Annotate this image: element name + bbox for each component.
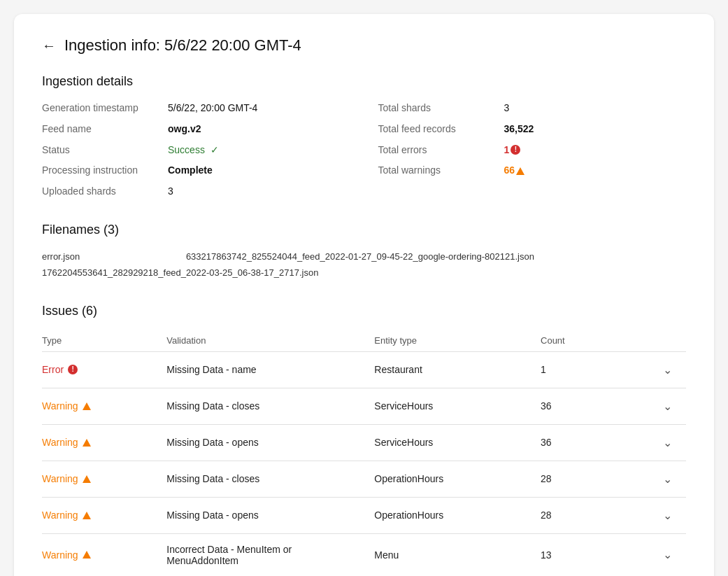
warning-icon <box>83 551 91 559</box>
warning-text: Warning <box>42 400 78 412</box>
table-row: Warning Missing Data - opensOperationHou… <box>42 497 686 533</box>
detail-label-warnings: Total warnings <box>378 162 504 179</box>
col-header-count: Count <box>541 330 624 352</box>
back-button[interactable]: ← <box>42 38 56 54</box>
warning-text: Warning <box>42 549 78 561</box>
warning-icon <box>83 475 91 483</box>
detail-label-shards: Uploaded shards <box>42 183 168 200</box>
type-warning-label: Warning <box>42 400 158 412</box>
table-row: Warning Missing Data - opensServiceHours… <box>42 424 686 461</box>
table-cell-count: 28 <box>541 461 624 497</box>
page-title: Ingestion info: 5/6/22 20:00 GMT-4 <box>64 36 301 55</box>
table-cell-count: 28 <box>541 497 624 533</box>
detail-label-total-shards: Total shards <box>378 100 504 117</box>
table-cell-entity: OperationHours <box>374 461 541 497</box>
table-cell-validation: Missing Data - name <box>166 351 374 388</box>
check-icon: ✓ <box>210 144 219 155</box>
detail-label-processing: Processing instruction <box>42 162 168 179</box>
detail-row-timestamp: Generation timestamp 5/6/22, 20:00 GMT-4 <box>42 100 350 117</box>
detail-row-warnings: Total warnings 66 <box>378 162 687 179</box>
detail-label-timestamp: Generation timestamp <box>42 100 168 117</box>
table-cell-expand[interactable]: ⌄ <box>624 388 686 424</box>
table-cell-validation: Missing Data - closes <box>166 388 374 424</box>
expand-button[interactable]: ⌄ <box>657 547 678 563</box>
table-cell-entity: OperationHours <box>374 497 541 533</box>
warning-triangle-icon <box>516 167 524 175</box>
details-grid: Generation timestamp 5/6/22, 20:00 GMT-4… <box>42 100 686 200</box>
detail-value-timestamp: 5/6/22, 20:00 GMT-4 <box>168 100 257 117</box>
table-cell-expand[interactable]: ⌄ <box>624 461 686 497</box>
issues-section: Issues (6) Type Validation Entity type C… <box>42 304 686 576</box>
col-header-validation: Validation <box>166 330 374 352</box>
error-icon: ! <box>68 365 78 374</box>
detail-label-feed-records: Total feed records <box>378 121 504 138</box>
error-circle-icon: ! <box>511 145 520 155</box>
col-header-type: Type <box>42 330 166 352</box>
table-cell-entity: ServiceHours <box>374 424 541 461</box>
filenames-title: Filenames (3) <box>42 223 686 237</box>
error-text: Error <box>42 364 64 375</box>
table-cell-validation: Missing Data - opens <box>166 424 374 461</box>
issues-title: Issues (6) <box>42 304 686 318</box>
table-row: Error ! Missing Data - nameRestaurant1⌄ <box>42 351 686 388</box>
table-cell-expand[interactable]: ⌄ <box>624 424 686 461</box>
detail-label-status: Status <box>42 142 168 159</box>
table-cell-expand[interactable]: ⌄ <box>624 351 686 388</box>
detail-value-feed: owg.v2 <box>168 121 201 138</box>
expand-button[interactable]: ⌄ <box>657 471 678 487</box>
table-cell-entity: Menu <box>374 533 541 576</box>
issues-table: Type Validation Entity type Count Error … <box>42 330 686 576</box>
type-warning-label: Warning <box>42 549 158 561</box>
warning-icon <box>83 402 91 410</box>
detail-row-errors: Total errors 1 ! <box>378 142 687 159</box>
type-warning-label: Warning <box>42 510 158 521</box>
detail-value-status: Success ✓ <box>168 142 219 159</box>
detail-row-feed-records: Total feed records 36,522 <box>378 121 687 138</box>
col-header-entity: Entity type <box>374 330 541 352</box>
ingestion-details-section: Ingestion details Generation timestamp 5… <box>42 74 686 200</box>
main-card: ← Ingestion info: 5/6/22 20:00 GMT-4 Ing… <box>14 14 714 576</box>
detail-row-status: Status Success ✓ <box>42 142 350 159</box>
table-row: Warning Incorrect Data - MenuItem or Men… <box>42 533 686 576</box>
filenames-section: Filenames (3) error.json 633217863742_82… <box>42 223 686 281</box>
filename-item: 1762204553641_282929218_feed_2022-03-25_… <box>42 265 686 281</box>
page-header: ← Ingestion info: 5/6/22 20:00 GMT-4 <box>42 36 686 55</box>
warning-text: Warning <box>42 437 78 448</box>
type-warning-label: Warning <box>42 437 158 448</box>
detail-row-shards: Uploaded shards 3 <box>42 183 350 200</box>
table-row: Warning Missing Data - closesServiceHour… <box>42 388 686 424</box>
table-cell-validation: Incorrect Data - MenuItem or MenuAddonIt… <box>166 533 374 576</box>
detail-value-total-shards: 3 <box>504 100 510 117</box>
type-warning-label: Warning <box>42 473 158 484</box>
warning-text: Warning <box>42 510 78 521</box>
detail-value-feed-records: 36,522 <box>504 121 534 138</box>
details-left-col: Generation timestamp 5/6/22, 20:00 GMT-4… <box>42 100 350 200</box>
ingestion-details-title: Ingestion details <box>42 74 686 89</box>
table-cell-entity: ServiceHours <box>374 388 541 424</box>
type-error-label: Error ! <box>42 364 158 375</box>
detail-value-processing: Complete <box>168 162 213 179</box>
table-row: Warning Missing Data - closesOperationHo… <box>42 461 686 497</box>
filenames-list: error.json 633217863742_825524044_feed_2… <box>42 248 686 281</box>
table-cell-expand[interactable]: ⌄ <box>624 533 686 576</box>
warning-icon <box>83 439 91 447</box>
filename-item: error.json 633217863742_825524044_feed_2… <box>42 248 686 265</box>
table-cell-count: 13 <box>541 533 624 576</box>
table-header-row: Type Validation Entity type Count <box>42 330 686 352</box>
detail-row-feed: Feed name owg.v2 <box>42 121 350 138</box>
detail-label-errors: Total errors <box>378 142 504 159</box>
expand-button[interactable]: ⌄ <box>657 507 678 524</box>
warning-icon <box>83 512 91 519</box>
table-cell-entity: Restaurant <box>374 351 541 388</box>
table-cell-count: 36 <box>541 388 624 424</box>
table-cell-count: 36 <box>541 424 624 461</box>
expand-button[interactable]: ⌄ <box>657 435 678 451</box>
detail-row-processing: Processing instruction Complete <box>42 162 350 179</box>
expand-button[interactable]: ⌄ <box>657 362 678 378</box>
expand-button[interactable]: ⌄ <box>657 398 678 414</box>
detail-value-errors: 1 <box>504 142 510 159</box>
col-header-action <box>624 330 686 352</box>
table-cell-expand[interactable]: ⌄ <box>624 497 686 533</box>
warning-text: Warning <box>42 473 78 484</box>
detail-value-warnings: 66 <box>504 162 515 179</box>
